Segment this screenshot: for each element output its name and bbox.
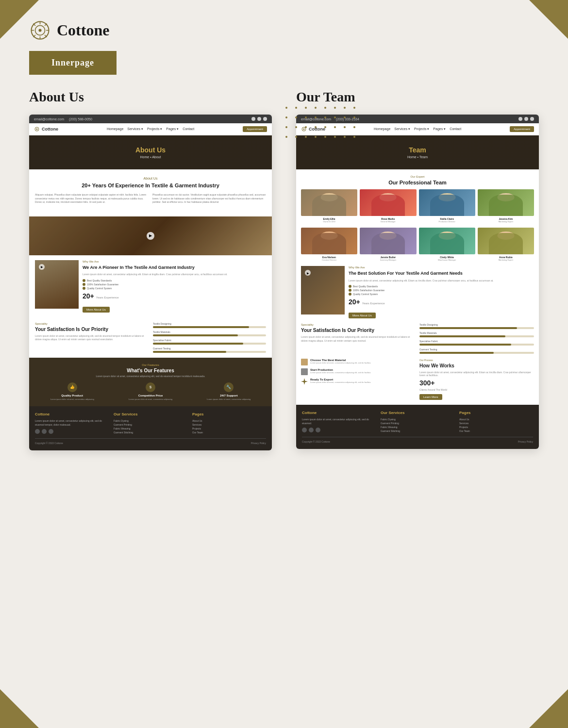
dot-pattern-decoration bbox=[285, 107, 359, 142]
about-text-1: Aliquam volutpat. Phasellus diam vulputa… bbox=[35, 193, 149, 204]
footer-service-2: Garment Printing bbox=[114, 423, 187, 427]
team-skill-2: Textile Materials bbox=[419, 331, 534, 337]
satisfaction-left: Speciality Your Satisfaction Is Our Prio… bbox=[35, 322, 148, 353]
team-member-stella: Stella Claire Production Director bbox=[419, 189, 475, 223]
features-heading: What's Our Features bbox=[35, 368, 266, 373]
process-icon-2 bbox=[301, 368, 308, 375]
process-desc-3: Lorem ipsum dolor sit amet, consectetur … bbox=[310, 381, 371, 383]
team-nav-cta[interactable]: Appointment bbox=[510, 126, 534, 132]
team-hero-breadcrumb: Home • Team bbox=[407, 155, 428, 159]
team-sat-text: Lorem ipsum dolor sit amet, consectetur … bbox=[301, 335, 416, 343]
rose-photo bbox=[360, 189, 416, 216]
footer-service-3: Fabric Weaving bbox=[114, 427, 187, 430]
check-item-3: Quality Control System bbox=[83, 287, 266, 290]
team-member-emily: Emily Ellie Owner & CEO bbox=[301, 189, 357, 223]
nav-cta-btn[interactable]: Appointment bbox=[243, 126, 267, 132]
hero-title: About Us bbox=[135, 146, 166, 154]
footer-brand-text: Lorem ipsum dolor sit amet, consectetur … bbox=[35, 419, 109, 427]
team-footer: Cottone Lorem ipsum dolor sit amet, cons… bbox=[296, 405, 539, 449]
pioneer-image: ▶ bbox=[35, 260, 79, 309]
team-skill-4: Garment Testing bbox=[419, 348, 534, 354]
team-footer-social-2[interactable] bbox=[309, 428, 314, 432]
team-footer-services-title: Our Services bbox=[381, 411, 454, 415]
process-item-3: Ready To Export Lorem ipsum dolor sit am… bbox=[301, 378, 416, 385]
team-satisfaction-section: Speciality Your Satisfaction Is Our Prio… bbox=[296, 323, 539, 359]
more-about-btn[interactable]: More About Us bbox=[83, 307, 110, 313]
tf-service-1: Fabric Dyeing bbox=[381, 417, 454, 421]
sat-heading: Your Satisfaction Is Our Priority bbox=[35, 327, 148, 332]
check-item-1: Best Quality Standards bbox=[83, 279, 266, 282]
footer-brand: Cottone bbox=[35, 412, 109, 416]
footer-privacy: Privacy Policy bbox=[251, 442, 266, 445]
sol-check-1: Best Quality Standards bbox=[349, 285, 534, 288]
solution-check-list: Best Quality Standards 100% Satisfaction… bbox=[349, 285, 534, 296]
svg-point-12 bbox=[36, 129, 38, 130]
team-footer-social-1[interactable] bbox=[302, 428, 307, 432]
process-text: Lorem ipsum dolor sit amet, consectetur … bbox=[419, 371, 534, 377]
team-footer-services: Our Services Fabric Dyeing Garment Print… bbox=[381, 411, 454, 433]
team-nav-links: Homepage Services ▾ Projects ▾ Pages ▾ C… bbox=[374, 127, 461, 131]
team-social-2 bbox=[524, 117, 528, 121]
footer-service-1: Fabric Dyeing bbox=[114, 419, 187, 423]
footer-socials bbox=[35, 429, 109, 434]
about-footer: Cottone Lorem ipsum dolor sit amet, cons… bbox=[29, 406, 272, 450]
process-tag: Our Process bbox=[419, 359, 534, 362]
skills-list: Textile Designing Textile Materials Spec… bbox=[153, 322, 266, 353]
solution-more-btn[interactable]: More About Us bbox=[349, 313, 376, 318]
browser-email: email@cottone.com bbox=[34, 117, 64, 121]
pioneer-tag: Why We Are bbox=[83, 260, 266, 263]
jessica-role: Marketing Expert bbox=[478, 220, 534, 223]
features-subtext: Lorem ipsum dolor sit amet, consectetur … bbox=[35, 375, 266, 378]
footer-social-2[interactable] bbox=[42, 429, 47, 434]
pioneer-check-list: Best Quality Standards 100% Satisfaction… bbox=[83, 279, 266, 290]
team-row-2: Eva Nielsen Creative Director Jennie But… bbox=[296, 228, 539, 266]
header-section: Cottone Innerpage bbox=[29, 19, 539, 75]
solution-heading: The Best Solution For Your Textile And G… bbox=[349, 270, 534, 277]
play-button[interactable]: ▶ bbox=[147, 232, 154, 240]
footer-services-title: Our Services bbox=[114, 412, 187, 416]
rose-role: General Manager bbox=[360, 220, 416, 223]
team-skill-1: Textile Designing bbox=[419, 323, 534, 329]
solution-play-btn[interactable]: ▶ bbox=[305, 270, 311, 276]
pioneer-play-btn[interactable]: ▶ bbox=[39, 264, 45, 270]
footer-grid: Cottone Lorem ipsum dolor sit amet, cons… bbox=[35, 412, 266, 434]
nav-links: Homepage Services ▾ Projects ▾ Pages ▾ C… bbox=[107, 127, 194, 131]
skill-3: Specialise Fabric bbox=[153, 339, 266, 345]
team-member-jessica: Jessica Kim Marketing Expert bbox=[478, 189, 534, 223]
tf-service-2: Garment Printing bbox=[381, 421, 454, 425]
how-works-right: Our Process How We Works Lorem ipsum dol… bbox=[419, 359, 534, 400]
about-text-cols: Aliquam volutpat. Phasellus diam vulputa… bbox=[35, 193, 266, 204]
footer-page-2: Services bbox=[192, 423, 266, 427]
footer-page-1: About Us bbox=[192, 419, 266, 423]
team-member-eva: Eva Nielsen Creative Director bbox=[301, 228, 357, 261]
feature-2-title: Competitive Price bbox=[113, 394, 187, 397]
stella-role: Production Director bbox=[419, 220, 475, 223]
process-learn-btn[interactable]: Learn More bbox=[419, 394, 442, 400]
support-icon: 🔧 bbox=[224, 382, 234, 392]
team-footer-copyright: Copyright © 2022 Cottone bbox=[302, 440, 330, 443]
about-browser-mockup: email@cottone.com (203) 588-0050 Cottone bbox=[29, 115, 272, 450]
team-footer-social-3[interactable] bbox=[316, 428, 320, 432]
team-section-title: Our Team bbox=[296, 89, 539, 105]
tf-page-3: Projects bbox=[459, 425, 533, 429]
pioneer-heading: We Are A Pioneer In The Textile And Garm… bbox=[83, 265, 266, 271]
tf-page-1: About Us bbox=[459, 417, 533, 421]
pioneer-section: ▶ Why We Are We Are A Pioneer In The Tex… bbox=[29, 260, 272, 317]
jennie-photo bbox=[360, 228, 416, 254]
footer-social-3[interactable] bbox=[49, 429, 53, 434]
footer-page-4: Our Team bbox=[192, 430, 266, 434]
about-main-image: ▶ bbox=[29, 216, 272, 255]
feature-3-desc: Lorem ipsum dolor sit amet, consectetur … bbox=[192, 398, 266, 400]
team-social-1 bbox=[518, 117, 522, 121]
team-sat-left: Speciality Your Satisfaction Is Our Prio… bbox=[301, 323, 416, 354]
footer-social-1[interactable] bbox=[35, 429, 40, 434]
footer-pages-title: Pages bbox=[192, 412, 266, 416]
about-heading: 20+ Years Of Experience In Textile & Gar… bbox=[35, 182, 266, 189]
features-section: Our Features What's Our Features Lorem i… bbox=[29, 358, 272, 406]
feature-1-title: Quality Product bbox=[35, 394, 109, 397]
emily-photo bbox=[301, 189, 357, 216]
tf-page-2: Services bbox=[459, 421, 533, 425]
team-footer-text: Lorem ipsum dolor sit amet, consectetur … bbox=[302, 417, 376, 425]
nav-logo: Cottone bbox=[34, 126, 58, 132]
browser-top-bar: email@cottone.com (203) 588-0050 bbox=[29, 115, 272, 123]
